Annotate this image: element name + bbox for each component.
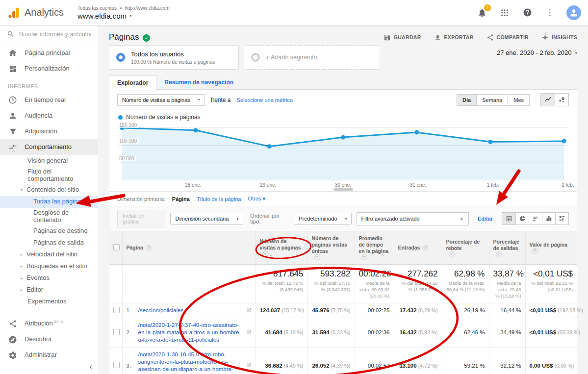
close-icon[interactable]: × bbox=[459, 215, 464, 223]
sidebar-item-behavior[interactable]: Comportamiento bbox=[0, 139, 98, 155]
save-button[interactable]: GUARDAR bbox=[383, 34, 421, 41]
sidebar-item-customization[interactable]: Personalización bbox=[0, 61, 98, 76]
row-checkbox[interactable] bbox=[113, 362, 120, 368]
sidebar-item-attribution[interactable]: AtribuciónBETA bbox=[0, 316, 98, 332]
sidebar-item-site-search[interactable]: ▸ Búsquedas en el sitio bbox=[0, 261, 98, 273]
active-segment-card[interactable]: Todos los usuarios 100,00 % Número de vi… bbox=[109, 45, 239, 70]
page-link[interactable]: /nota/2020-1-30-10-45-0-otro-robo-sangri… bbox=[138, 351, 243, 374]
dimension-page-title-option[interactable]: Título de la página bbox=[197, 196, 241, 202]
dimension-other-option[interactable]: Otros ▾ bbox=[248, 196, 265, 202]
plot-rows-button[interactable]: Incluir en gráfico bbox=[117, 210, 165, 227]
sidebar-item-acquisition[interactable]: Adquisición bbox=[0, 124, 98, 139]
x-axis-tick: 28 ene. bbox=[185, 182, 201, 188]
column-header-unique-pageviews[interactable]: Número de páginas vistas únicas? bbox=[307, 231, 355, 265]
column-header-page-value[interactable]: Valor de página? bbox=[525, 231, 577, 265]
table-view-button[interactable] bbox=[502, 213, 515, 224]
column-header-pageviews[interactable]: Número de visitas a páginas?↓ bbox=[256, 231, 307, 265]
granularity-week-button[interactable]: Semana bbox=[476, 94, 508, 106]
sidebar-item-behavior-overview[interactable]: Visión general bbox=[0, 155, 98, 167]
sidebar-item-editor[interactable]: ▸ Editor bbox=[0, 284, 98, 296]
sidebar-item-landing-pages[interactable]: Páginas de destino bbox=[0, 225, 98, 237]
column-header-bounce-rate[interactable]: Porcentaje de rebote? bbox=[442, 231, 489, 265]
comparison-view-button[interactable] bbox=[542, 213, 555, 224]
sidebar-item-site-speed[interactable]: ▸ Velocidad del sitio bbox=[0, 249, 98, 261]
help-icon[interactable]: ? bbox=[146, 245, 152, 251]
row-checkbox[interactable] bbox=[113, 307, 120, 313]
motion-chart-toggle-button[interactable] bbox=[555, 94, 568, 106]
help-icon[interactable]: ? bbox=[262, 251, 268, 257]
secondary-dimension-dropdown[interactable]: Dimensión secundaria ▾ bbox=[170, 213, 243, 224]
sidebar-item-discover[interactable]: Descubrir bbox=[0, 332, 98, 348]
sidebar: Buscar informes y artículos de Página pr… bbox=[0, 25, 98, 374]
bounce-rate-cell: 62,46 % bbox=[442, 318, 489, 347]
sidebar-item-experiments[interactable]: Experimentos bbox=[0, 296, 98, 308]
sidebar-item-audience[interactable]: Audiencia bbox=[0, 108, 98, 124]
column-header-entrances[interactable]: Entradas? bbox=[394, 231, 442, 265]
performance-view-button[interactable] bbox=[529, 213, 542, 224]
dimension-page-option[interactable]: Página bbox=[172, 196, 190, 202]
granularity-month-button[interactable]: Mes bbox=[508, 94, 530, 106]
notifications-button[interactable]: 2 bbox=[476, 7, 488, 19]
metric-dropdown[interactable]: Número de visitas a páginas ▾ bbox=[117, 94, 205, 106]
help-icon[interactable]: ? bbox=[532, 248, 538, 254]
page-link[interactable]: /nota/2020-1-27-2-37-40-otro-asesinato-e… bbox=[138, 322, 243, 344]
sidebar-item-all-pages[interactable]: Todas las páginas bbox=[0, 196, 98, 208]
analytics-brand[interactable]: Analytics bbox=[7, 6, 69, 20]
share-button[interactable]: COMPARTIR bbox=[486, 34, 529, 41]
sidebar-item-exit-pages[interactable]: Páginas de salida bbox=[0, 237, 98, 249]
total-exit-rate: 33,87 % bbox=[493, 269, 521, 279]
select-all-checkbox[interactable] bbox=[113, 244, 120, 250]
select-metric-link[interactable]: Seleccione una métrica bbox=[237, 97, 293, 103]
row-checkbox[interactable] bbox=[113, 329, 120, 335]
insights-button[interactable]: INSIGHTS bbox=[541, 34, 577, 41]
help-button[interactable] bbox=[521, 7, 533, 19]
granularity-day-button[interactable]: Día bbox=[457, 94, 477, 106]
help-icon[interactable]: ? bbox=[314, 254, 320, 260]
chart-scroll-handle[interactable] bbox=[333, 188, 353, 191]
sidebar-item-admin[interactable]: Administrar bbox=[0, 348, 98, 363]
edit-filter-link[interactable]: Editar bbox=[478, 216, 493, 222]
column-header-page[interactable]: Página? bbox=[122, 231, 256, 265]
avatar[interactable] bbox=[566, 5, 581, 20]
export-button[interactable]: EXPORTAR bbox=[434, 34, 474, 41]
y-axis-tick: 150.000 bbox=[119, 123, 139, 128]
account-switcher[interactable]: Todas las cuentas > http://www.eldia.com… bbox=[77, 5, 170, 20]
column-header-exit-rate[interactable]: Porcentaje de salidas? bbox=[489, 231, 525, 265]
timeseries-chart[interactable]: 50.000100.000150.000 bbox=[118, 123, 568, 181]
line-chart-toggle-button[interactable] bbox=[541, 94, 555, 106]
sidebar-item-home[interactable]: Página principal bbox=[0, 45, 98, 61]
sidebar-item-behavior-flow[interactable]: Flujo del comportamiento bbox=[0, 167, 98, 184]
sidebar-item-events[interactable]: ▸ Eventos bbox=[0, 273, 98, 284]
help-icon[interactable]: ? bbox=[361, 254, 367, 260]
collapse-sidebar-icon[interactable]: ‹ bbox=[90, 362, 92, 371]
apps-grid-button[interactable] bbox=[499, 7, 511, 19]
clock-icon bbox=[8, 95, 18, 105]
column-header-avg-time[interactable]: Promedio de tiempo en la página? bbox=[355, 231, 394, 265]
add-segment-button[interactable]: + Añadir segmento bbox=[244, 45, 380, 70]
external-link-icon[interactable] bbox=[246, 362, 252, 369]
sidebar-item-realtime[interactable]: En tiempo real bbox=[0, 92, 98, 108]
page-value-cell: <0,01 US$ (192,08 %) bbox=[525, 303, 577, 318]
help-icon[interactable]: ? bbox=[449, 251, 455, 257]
breadcrumb-separator: > bbox=[119, 5, 122, 11]
external-link-icon[interactable] bbox=[246, 329, 252, 336]
overflow-menu-button[interactable]: ⋮ bbox=[544, 7, 556, 19]
help-icon[interactable]: ? bbox=[496, 251, 502, 257]
percentage-view-button[interactable] bbox=[515, 213, 529, 224]
page-link[interactable]: /seccion/policiales bbox=[138, 307, 243, 314]
external-link-icon[interactable] bbox=[246, 307, 252, 314]
pivot-view-button[interactable] bbox=[555, 213, 568, 224]
date-range-selector[interactable]: 27 ene. 2020 - 2 feb. 2020 ▾ bbox=[497, 49, 577, 56]
help-icon[interactable]: ? bbox=[422, 245, 428, 251]
sidebar-item-site-content[interactable]: ▾ Contenido del sitio bbox=[0, 184, 98, 196]
sort-type-dropdown[interactable]: Predeterminado ▾ bbox=[294, 213, 352, 224]
advanced-filter-chip[interactable]: Filtro avanzado activado × bbox=[357, 212, 468, 225]
explorer-panel: Número de visitas a páginas ▾ frente a S… bbox=[109, 89, 577, 374]
entrances-cell: 16.432 (5,93 %) bbox=[394, 318, 442, 347]
sidebar-search[interactable]: Buscar informes y artículos de bbox=[0, 25, 98, 43]
entrances-cell: 13.100 (4,72 %) bbox=[394, 347, 442, 374]
tab-explorador[interactable]: Explorador bbox=[109, 75, 156, 90]
tab-resumen-navegacion[interactable]: Resumen de navegación bbox=[156, 75, 241, 89]
sidebar-item-content-drilldown[interactable]: Desglose de contenido bbox=[0, 208, 98, 225]
brand-name: Analytics bbox=[25, 7, 64, 18]
